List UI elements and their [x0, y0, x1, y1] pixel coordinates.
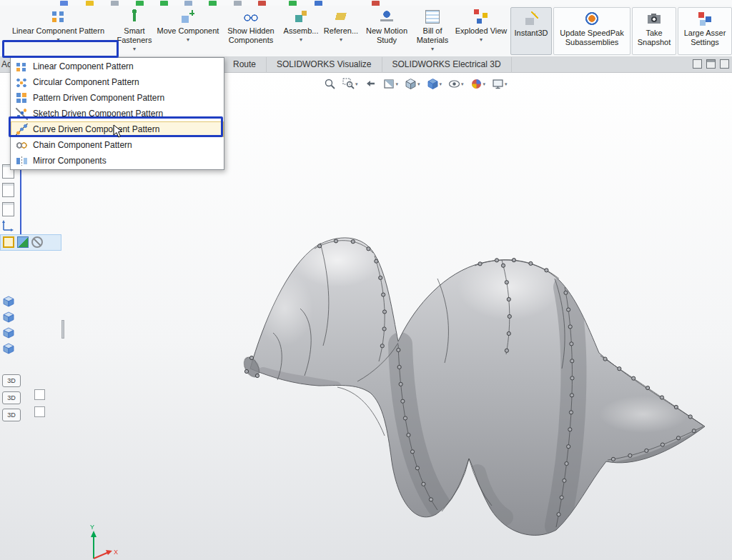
view-checkbox[interactable] — [34, 406, 45, 417]
panel-splitter-handle[interactable] — [61, 320, 64, 339]
dropdown-arrow-icon[interactable]: ▾ — [480, 36, 483, 43]
toolbar-button-reference-geometry[interactable]: Referen... ▾ — [321, 6, 361, 56]
menu-item-circular-component-pattern[interactable]: Circular Component Pattern — [11, 74, 224, 90]
toolbar-button-bill-of-materials[interactable]: Bill of Materials ▾ — [412, 6, 452, 56]
show-hidden-components-icon — [243, 9, 259, 24]
new-motion-study-icon — [379, 9, 395, 24]
linear-component-pattern-icon — [51, 9, 66, 24]
display-style-icon[interactable]: ▾ — [426, 77, 443, 91]
clipped-toolbar-icon — [60, 1, 68, 6]
view-checkbox[interactable] — [34, 389, 45, 400]
chain-pattern-icon — [16, 139, 28, 151]
pane-layout-icon[interactable] — [706, 59, 716, 69]
tab-strip: Route SOLIDWORKS Visualize SOLIDWORKS El… — [223, 57, 512, 73]
smart-fasteners-icon — [127, 9, 142, 24]
pattern-driven-icon — [16, 92, 28, 104]
sketch-cube-icon[interactable] — [3, 236, 14, 248]
hide-show-items-icon[interactable]: ▾ — [447, 77, 465, 91]
reference-triad-icon[interactable] — [1, 219, 14, 232]
selection-mini-toolbar — [0, 234, 61, 251]
toolbar-button-new-motion-study[interactable]: New Motion Study — [361, 6, 412, 56]
orientation-triad: Y X — [90, 524, 118, 559]
large-assembly-settings-icon — [697, 11, 713, 26]
section-view-icon[interactable]: ▾ — [382, 77, 400, 91]
update-speedpak-icon — [584, 11, 600, 26]
menu-item-linear-component-pattern[interactable]: Linear Component Pattern — [11, 59, 224, 74]
toolbar-button-assembly-features[interactable]: Assemb... ▾ — [281, 6, 321, 56]
pane-expand-icon[interactable] — [720, 59, 729, 69]
toolbar-button-linear-component-pattern[interactable]: Linear Component Pattern ▾ — [3, 6, 114, 56]
component-cube-icon[interactable] — [2, 342, 15, 355]
dropdown-arrow-icon[interactable]: ▾ — [431, 46, 434, 52]
clipped-toolbar-icon — [372, 1, 380, 6]
clipped-toolbar-icon — [111, 1, 119, 6]
move-component-icon — [180, 9, 196, 24]
take-snapshot-icon — [646, 11, 662, 26]
solidworks-window: Linear Component Pattern ▾ Smart Fastene… — [0, 0, 732, 560]
dropdown-arrow-icon[interactable]: ▾ — [340, 36, 342, 43]
clipped-toolbar-icon — [160, 1, 168, 6]
component-cube-icon[interactable] — [2, 311, 15, 324]
mirror-components-icon — [16, 155, 28, 167]
clipped-toolbar-icon — [315, 1, 322, 6]
menu-item-chain-component-pattern[interactable]: Chain Component Pattern — [11, 137, 224, 153]
reference-geometry-icon — [333, 9, 349, 24]
menu-item-mirror-components[interactable]: Mirror Components — [11, 153, 224, 169]
zoom-to-fit-icon[interactable] — [323, 77, 337, 91]
command-manager-toolbar: Linear Component Pattern ▾ Smart Fastene… — [0, 6, 732, 57]
panel-tab-icon[interactable] — [2, 183, 14, 197]
menu-item-sketch-driven-component-pattern[interactable]: Sketch Driven Component Pattern — [11, 106, 224, 121]
heads-up-view-toolbar: ▾ ▾ ▾ ▾ ▾ ▾ — [323, 77, 508, 91]
panel-tab-icon[interactable] — [2, 202, 14, 216]
sketch-driven-icon — [16, 108, 28, 120]
zoom-to-area-icon[interactable]: ▾ — [342, 77, 359, 91]
clipped-toolbar-icon — [184, 1, 192, 6]
edit-appearance-icon[interactable]: ▾ — [470, 77, 487, 91]
exploded-view-icon — [473, 9, 489, 24]
assembly-features-icon — [293, 9, 309, 24]
toolbar-button-large-assembly-settings[interactable]: Large Asser Settings — [678, 7, 732, 55]
toolbar-button-smart-fasteners[interactable]: Smart Fasteners ▾ — [114, 6, 155, 56]
clipped-toolbar-icon — [234, 1, 242, 6]
clipped-toolbar-icon — [289, 1, 297, 6]
circular-pattern-icon — [16, 76, 28, 89]
menu-item-curve-driven-component-pattern[interactable]: Curve Driven Component Pattern — [11, 121, 224, 137]
dropdown-arrow-icon[interactable]: ▾ — [56, 36, 59, 43]
tab-solidworks-electrical-3d[interactable]: SOLIDWORKS Electrical 3D — [382, 57, 512, 73]
menu-item-pattern-driven-component-pattern[interactable]: Pattern Driven Component Pattern — [11, 90, 224, 106]
clipped-toolbar-icon — [258, 1, 266, 6]
dropdown-arrow-icon[interactable]: ▾ — [300, 36, 302, 43]
instant3d-icon — [523, 11, 539, 26]
component-pattern-flyout-menu: Linear Component Pattern Circular Compon… — [10, 57, 224, 170]
3d-view-badge[interactable]: 3D — [2, 374, 21, 387]
toolbar-button-instant3d[interactable]: Instant3D — [510, 7, 552, 55]
3d-view-badge[interactable]: 3D — [2, 391, 21, 404]
view-settings-icon[interactable]: ▾ — [491, 77, 508, 91]
clipped-toolbar-icon — [136, 1, 144, 6]
tab-solidworks-visualize[interactable]: SOLIDWORKS Visualize — [267, 57, 382, 73]
toolbar-button-move-component[interactable]: Move Component ▾ — [155, 6, 221, 56]
toolbar-button-take-snapshot[interactable]: Take Snapshot — [632, 7, 676, 55]
component-cube-icon[interactable] — [2, 295, 15, 308]
3d-view-badge[interactable]: 3D — [2, 409, 21, 421]
dropdown-arrow-icon[interactable]: ▾ — [187, 36, 189, 43]
toolbar-button-exploded-view[interactable]: Exploded View ▾ — [452, 6, 510, 56]
svg-text:X: X — [114, 549, 118, 556]
bill-of-materials-icon — [425, 10, 440, 24]
clipped-toolbar-icon — [209, 1, 217, 6]
component-cube-icon[interactable] — [2, 326, 15, 339]
tab-route[interactable]: Route — [223, 57, 267, 73]
curve-driven-icon — [16, 124, 28, 136]
filter-off-icon[interactable] — [31, 236, 43, 248]
previous-view-icon[interactable] — [364, 77, 377, 91]
dropdown-arrow-icon[interactable]: ▾ — [133, 46, 136, 52]
clipped-toolbar-icon — [86, 1, 94, 6]
pane-toggle-icon[interactable] — [693, 59, 702, 69]
pane-controls — [693, 59, 729, 69]
view-orientation-icon[interactable]: ▾ — [404, 77, 421, 91]
toolbar-button-update-speedpak[interactable]: Update SpeedPak Subassemblies — [553, 7, 630, 55]
linear-pattern-icon — [16, 61, 28, 73]
toolbar-button-show-hidden-components[interactable]: Show Hidden Components — [221, 6, 281, 56]
assembly-cube-icon[interactable] — [17, 236, 29, 248]
svg-text:Y: Y — [90, 524, 94, 531]
